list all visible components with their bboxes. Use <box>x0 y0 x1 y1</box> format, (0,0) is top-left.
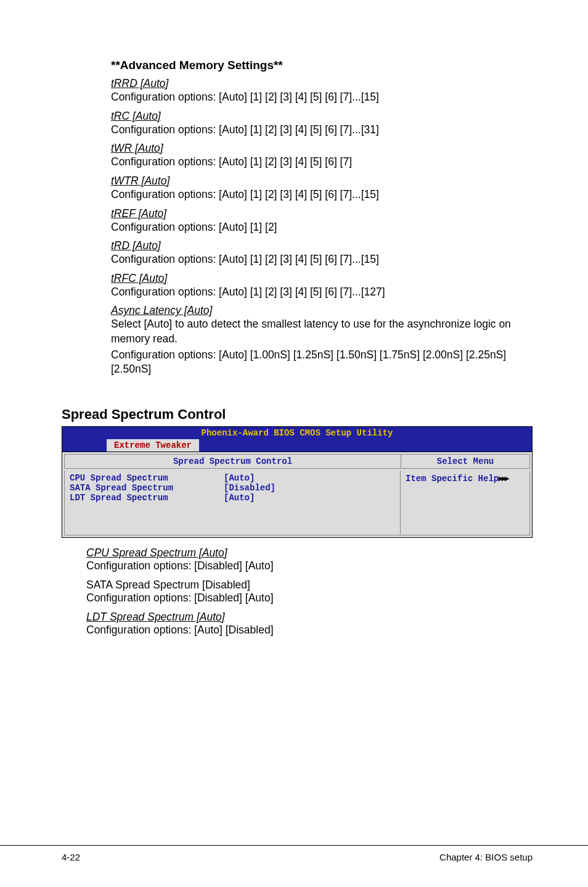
item-title: tRC [Auto] <box>111 110 533 123</box>
bios-sub-right: Select Menu <box>401 454 530 469</box>
advanced-memory-title: **Advanced Memory Settings** <box>111 59 533 72</box>
bios-screenshot: Phoenix-Award BIOS CMOS Setup Utility Ex… <box>62 426 533 538</box>
item-title: tRRD [Auto] <box>111 77 533 90</box>
item-title: tWTR [Auto] <box>111 175 533 188</box>
item-title: tWR [Auto] <box>111 142 533 155</box>
bios-settings-panel: CPU Spread Spectrum [Auto] SATA Spread S… <box>64 471 401 535</box>
bios-label: CPU Spread Spectrum <box>70 473 224 483</box>
post-desc: Configuration options: [Disabled] [Auto] <box>86 592 533 604</box>
bios-row-ldt[interactable]: LDT Spread Spectrum [Auto] <box>70 493 395 503</box>
post-title: SATA Spread Spectrum [Disabled] <box>86 579 533 592</box>
item-desc: Select [Auto] to auto detect the smalles… <box>111 317 533 346</box>
page-footer: 4-22 Chapter 4: BIOS setup <box>0 845 588 862</box>
bios-value: [Auto] <box>224 493 255 503</box>
bios-sub-left: Spread Spectrum Control <box>64 454 401 469</box>
tab-extreme-tweaker[interactable]: Extreme Tweaker <box>107 439 199 452</box>
post-item-ldt: LDT Spread Spectrum [Auto] Configuration… <box>86 611 533 637</box>
post-title: LDT Spread Spectrum [Auto] <box>86 611 533 624</box>
item-desc: Configuration options: [Auto] [1] [2] [3… <box>111 90 533 105</box>
item-desc: Configuration options: [Auto] [1] [2] [3… <box>111 123 533 138</box>
post-title: CPU Spread Spectrum [Auto] <box>86 547 533 559</box>
bios-help-panel: Item Specific Help▸▸▸ <box>401 471 530 535</box>
item-desc: Configuration options: [Auto] [1.00nS] [… <box>111 348 533 377</box>
item-title: tRD [Auto] <box>111 239 533 252</box>
arrow-icon: ▸▸▸ <box>499 473 508 483</box>
bios-row-cpu[interactable]: CPU Spread Spectrum [Auto] <box>70 473 395 483</box>
item-title: tREF [Auto] <box>111 207 533 220</box>
item-tref: tREF [Auto] Configuration options: [Auto… <box>111 207 533 235</box>
item-trrd: tRRD [Auto] Configuration options: [Auto… <box>111 77 533 105</box>
bios-body: CPU Spread Spectrum [Auto] SATA Spread S… <box>62 471 532 537</box>
bios-header: Phoenix-Award BIOS CMOS Setup Utility <box>62 427 532 439</box>
item-desc: Configuration options: [Auto] [1] [2] [3… <box>111 252 533 267</box>
tab-spacer <box>62 439 107 452</box>
item-twr: tWR [Auto] Configuration options: [Auto]… <box>111 142 533 170</box>
post-item-sata: SATA Spread Spectrum [Disabled] Configur… <box>86 579 533 604</box>
bios-subheader: Spread Spectrum Control Select Menu <box>62 452 532 471</box>
bios-help-text: Item Specific Help <box>406 474 499 484</box>
item-trc: tRC [Auto] Configuration options: [Auto]… <box>111 110 533 138</box>
item-twtr: tWTR [Auto] Configuration options: [Auto… <box>111 175 533 202</box>
page-number: 4-22 <box>62 852 80 862</box>
post-item-cpu: CPU Spread Spectrum [Auto] Configuration… <box>86 547 533 572</box>
post-desc: Configuration options: [Disabled] [Auto] <box>86 559 533 572</box>
item-async: Async Latency [Auto] Select [Auto] to au… <box>111 304 533 377</box>
item-title: tRFC [Auto] <box>111 272 533 285</box>
spread-spectrum-title: Spread Spectrum Control <box>62 406 533 423</box>
bios-value: [Disabled] <box>224 483 276 493</box>
post-desc: Configuration options: [Auto] [Disabled] <box>86 624 533 637</box>
bios-label: SATA Spread Spectrum <box>70 483 224 493</box>
bios-tabbar: Extreme Tweaker <box>62 439 532 452</box>
item-trd: tRD [Auto] Configuration options: [Auto]… <box>111 239 533 267</box>
item-desc: Configuration options: [Auto] [1] [2] [3… <box>111 155 533 170</box>
bios-label: LDT Spread Spectrum <box>70 493 224 503</box>
item-trfc: tRFC [Auto] Configuration options: [Auto… <box>111 272 533 300</box>
item-desc: Configuration options: [Auto] [1] [2] <box>111 220 533 235</box>
item-title: Async Latency [Auto] <box>111 304 533 317</box>
bios-value: [Auto] <box>224 473 255 483</box>
bios-row-sata[interactable]: SATA Spread Spectrum [Disabled] <box>70 483 395 493</box>
chapter-label: Chapter 4: BIOS setup <box>439 852 533 862</box>
item-desc: Configuration options: [Auto] [1] [2] [3… <box>111 188 533 202</box>
item-desc: Configuration options: [Auto] [1] [2] [3… <box>111 285 533 300</box>
